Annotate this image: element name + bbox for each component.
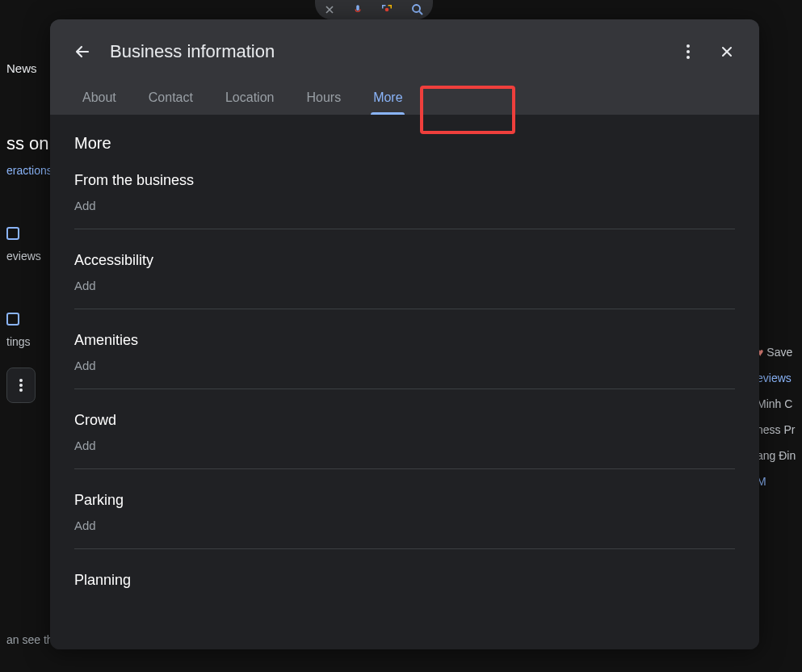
bg-saved-label: Save <box>766 346 792 359</box>
search-icon <box>410 2 425 17</box>
bg-icon-placeholder <box>6 227 19 240</box>
tab-hours[interactable]: Hours <box>290 81 357 115</box>
subsection-title: Accessibility <box>74 252 735 269</box>
bg-right-panel: ♥Save eviews Minh C ness Pr ang Đin M <box>754 339 802 494</box>
subsection-title: From the business <box>74 172 735 189</box>
tab-about[interactable]: About <box>66 81 132 115</box>
mic-icon <box>352 2 363 17</box>
subsection-title: Amenities <box>74 332 735 349</box>
svg-point-6 <box>19 379 23 382</box>
modal-tabs: About Contact Location Hours More <box>66 81 743 115</box>
svg-point-5 <box>413 5 420 12</box>
tab-more[interactable]: More <box>357 81 418 115</box>
subsection-amenities: Amenities Add <box>74 332 735 389</box>
bg-ness: ness Pr <box>754 417 802 443</box>
lens-icon <box>380 2 394 17</box>
add-accessibility-link[interactable]: Add <box>74 279 735 292</box>
bg-search-tools <box>315 0 433 19</box>
subsection-accessibility: Accessibility Add <box>74 252 735 309</box>
svg-point-4 <box>385 8 389 12</box>
bg-menu-button[interactable] <box>6 368 36 403</box>
bg-interactions-link: eractions <box>0 159 50 182</box>
subsection-from-business: From the business Add <box>74 172 735 229</box>
bg-news-tab: News <box>0 57 50 80</box>
svg-rect-3 <box>391 5 393 9</box>
modal-header: Business information About Contact Locat… <box>50 19 759 115</box>
arrow-back-icon <box>73 42 92 61</box>
bg-title-fragment: ss on <box>0 128 50 159</box>
business-info-modal: Business information About Contact Locat… <box>50 19 759 649</box>
tab-location[interactable]: Location <box>209 81 291 115</box>
subsection-title: Planning <box>74 572 735 589</box>
svg-point-10 <box>687 50 690 53</box>
close-icon <box>719 44 735 60</box>
bg-settings-label: tings <box>0 330 50 353</box>
svg-point-9 <box>687 44 690 48</box>
modal-body[interactable]: More From the business Add Accessibility… <box>50 115 759 649</box>
subsection-title: Parking <box>74 492 735 509</box>
more-vert-icon <box>687 44 690 59</box>
section-heading-more: More <box>74 134 735 153</box>
bg-am: M <box>754 468 802 494</box>
back-button[interactable] <box>66 36 99 68</box>
modal-title: Business information <box>110 41 672 62</box>
bg-minh: Minh C <box>754 391 802 417</box>
bg-left-sidebar: News ss on eractions eviews tings <box>0 57 50 353</box>
svg-rect-1 <box>382 5 384 9</box>
subsection-planning: Planning <box>74 572 735 615</box>
tab-contact[interactable]: Contact <box>132 81 209 115</box>
add-amenities-link[interactable]: Add <box>74 359 735 372</box>
more-options-button[interactable] <box>672 36 704 68</box>
subsection-parking: Parking Add <box>74 492 735 549</box>
svg-point-8 <box>19 388 23 392</box>
svg-point-7 <box>19 384 23 387</box>
bg-reviews-right: eviews <box>754 365 802 391</box>
subsection-title: Crowd <box>74 412 735 429</box>
subsection-crowd: Crowd Add <box>74 412 735 469</box>
close-icon <box>323 3 336 16</box>
add-from-business-link[interactable]: Add <box>74 199 735 212</box>
add-parking-link[interactable]: Add <box>74 519 735 532</box>
bg-reviews-label: eviews <box>0 245 50 267</box>
svg-point-11 <box>687 56 690 59</box>
bg-ang: ang Đin <box>754 443 802 468</box>
add-crowd-link[interactable]: Add <box>74 439 735 452</box>
close-button[interactable] <box>711 36 743 68</box>
bg-icon-placeholder-2 <box>6 313 19 326</box>
